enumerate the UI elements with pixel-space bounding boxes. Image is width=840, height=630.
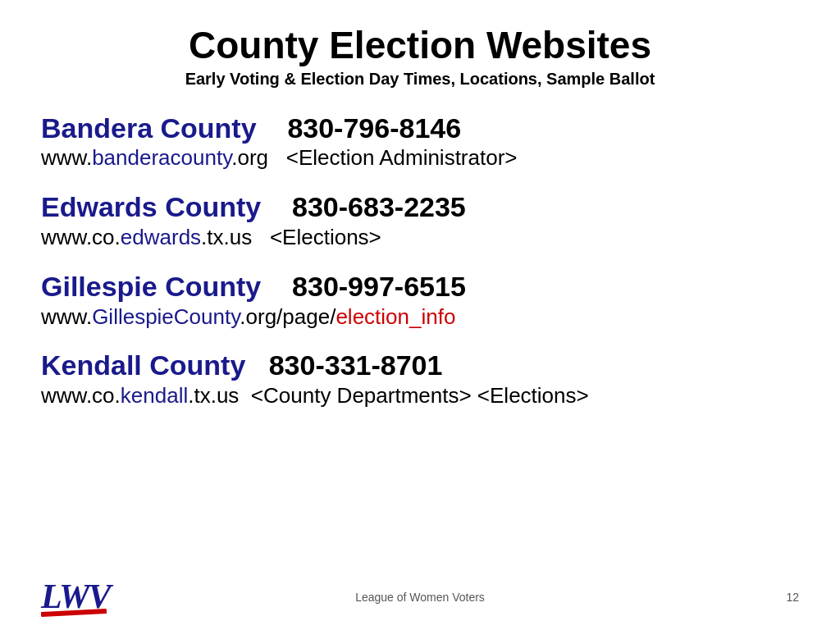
bandera-url-link[interactable]: banderacounty	[92, 145, 231, 170]
gillespie-row-1: Gillespie County 830-997-6515	[41, 270, 799, 304]
edwards-url-suffix: .tx.us	[201, 225, 252, 249]
edwards-county-section: Edwards County 830-683-2235 www.co.edwar…	[41, 190, 799, 252]
edwards-url-link[interactable]: edwards	[121, 225, 201, 249]
bandera-county-name: Bandera County	[41, 112, 257, 144]
kendall-county-name: Kendall County	[41, 349, 245, 381]
kendall-row-1: Kendall County 830-331-8701	[41, 349, 799, 382]
edwards-row-2: www.co.edwards.tx.us <Elections>	[41, 224, 799, 252]
subtitle: Early Voting & Election Day Times, Locat…	[41, 70, 799, 89]
bandera-row-2: www.banderacounty.org <Election Administ…	[41, 144, 799, 172]
footer-page-number: 12	[717, 591, 799, 604]
lwv-logo: LWV	[41, 579, 123, 615]
footer: LWV League of Women Voters 12	[0, 579, 840, 615]
bandera-phone: 830-796-8146	[264, 112, 461, 144]
gillespie-county-name: Gillespie County	[41, 271, 261, 302]
edwards-county-name: Edwards County	[41, 191, 261, 222]
kendall-county-section: Kendall County 830-331-8701 www.co.kenda…	[41, 349, 799, 410]
gillespie-url-nav[interactable]: election_info	[336, 304, 455, 329]
gillespie-url-prefix: www.	[41, 304, 92, 329]
gillespie-phone: 830-997-6515	[269, 271, 466, 302]
edwards-row-1: Edwards County 830-683-2235	[41, 190, 799, 224]
edwards-url-prefix: www.co.	[41, 225, 121, 249]
kendall-url-prefix: www.co.	[41, 383, 121, 408]
slide: County Election Websites Early Voting & …	[0, 0, 840, 630]
bandera-url-suffix: .org	[231, 145, 268, 170]
bandera-nav: <Election Administrator>	[286, 145, 518, 170]
bandera-county-section: Bandera County 830-796-8146 www.banderac…	[41, 112, 799, 173]
gillespie-county-section: Gillespie County 830-997-6515 www.Gilles…	[41, 270, 799, 331]
kendall-row-2: www.co.kendall.tx.us <County Departments…	[41, 382, 799, 410]
bandera-url-prefix: www.	[41, 145, 92, 170]
main-title: County Election Websites	[41, 25, 799, 66]
footer-center-text: League of Women Voters	[123, 591, 717, 604]
gillespie-url-suffix: .org/page/	[240, 304, 336, 329]
edwards-phone: 830-683-2235	[269, 191, 466, 222]
kendall-nav: <County Departments> <Elections>	[251, 383, 589, 408]
edwards-nav: <Elections>	[270, 225, 381, 249]
gillespie-row-2: www.GillespieCounty.org/page/election_in…	[41, 304, 799, 331]
kendall-url-link[interactable]: kendall	[121, 383, 188, 408]
gillespie-url-link[interactable]: GillespieCounty	[92, 304, 240, 329]
kendall-phone: 830-331-8701	[253, 349, 443, 381]
bandera-row-1: Bandera County 830-796-8146	[41, 112, 799, 145]
kendall-url-suffix: .tx.us	[188, 383, 239, 408]
